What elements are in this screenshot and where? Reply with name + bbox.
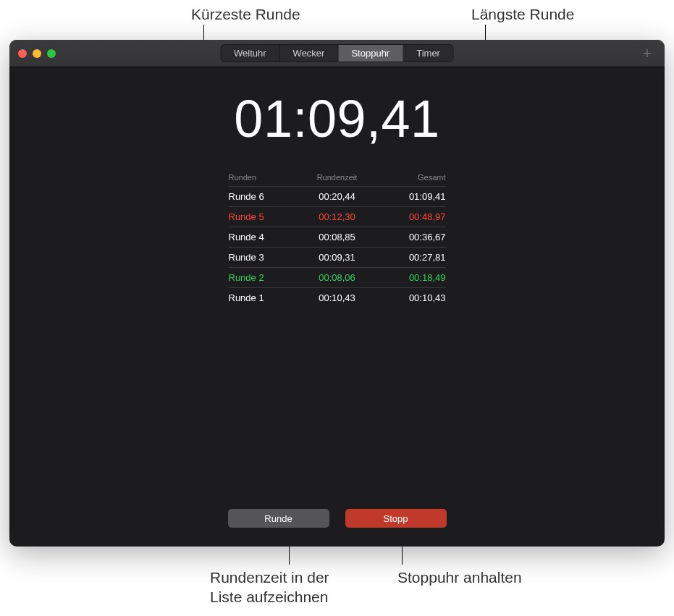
lap-label: Runde 4 [229,232,301,242]
tab-world-clock[interactable]: Weltuhr [221,45,280,62]
lap-total: 00:10,43 [374,292,446,303]
lap-row: Runde 200:08,0600:18,49 [229,267,446,287]
tab-bar: Weltuhr Wecker Stoppuhr Timer [220,44,454,62]
lap-label: Runde 5 [229,211,301,222]
add-button[interactable]: + [639,44,656,63]
stop-button[interactable]: Stopp [345,509,447,528]
button-row: Runde Stopp [228,509,447,528]
lap-total: 00:27,81 [374,252,446,263]
lap-row: Runde 300:09,3100:27,81 [229,247,446,267]
header-lap: Runden [229,173,301,182]
lap-total: 00:36,67 [374,232,446,242]
lap-table: Runden Rundenzeit Gesamt Runde 600:20,44… [229,173,446,308]
lap-time: 00:09,31 [301,252,374,263]
header-total: Gesamt [374,173,446,182]
maximize-icon[interactable] [47,49,56,58]
titlebar: Weltuhr Wecker Stoppuhr Timer + [9,40,665,67]
tab-stopwatch[interactable]: Stoppuhr [338,45,403,62]
lap-time: 00:10,43 [301,292,374,303]
callout-stop: Stoppuhr anhalten [397,568,522,587]
close-icon[interactable] [18,49,27,58]
lap-row: Runde 600:20,4401:09,41 [229,186,446,206]
lap-time: 00:08,06 [301,272,374,283]
traffic-lights [18,49,56,58]
stopwatch-content: 01:09,41 Runden Rundenzeit Gesamt Runde … [9,67,665,547]
timer-display: 01:09,41 [234,89,439,148]
callout-lap-record: Rundenzeit in der Liste aufzeichnen [210,568,329,607]
minimize-icon[interactable] [33,49,41,58]
lap-total: 00:48,97 [374,211,446,222]
tab-timer[interactable]: Timer [403,45,453,62]
lap-label: Runde 1 [229,292,301,303]
callout-shortest: Kürzeste Runde [191,4,300,24]
lap-time: 00:12,30 [301,211,374,222]
lap-time: 00:20,44 [301,191,374,202]
header-time: Rundenzeit [301,173,374,182]
clock-app-window: Weltuhr Wecker Stoppuhr Timer + 01:09,41… [9,40,665,547]
lap-button[interactable]: Runde [228,509,329,528]
lap-label: Runde 2 [229,272,301,283]
lap-row: Runde 100:10,4300:10,43 [229,287,446,308]
lap-label: Runde 6 [229,191,301,202]
lap-time: 00:08,85 [301,232,374,242]
lap-total: 00:18,49 [374,272,446,283]
lap-total: 01:09,41 [374,191,446,202]
callout-longest: Längste Runde [471,4,574,24]
lap-table-header: Runden Rundenzeit Gesamt [229,173,446,186]
lap-row: Runde 500:12,3000:48,97 [229,206,446,227]
tab-alarm[interactable]: Wecker [280,45,339,62]
lap-row: Runde 400:08,8500:36,67 [229,227,446,247]
lap-label: Runde 3 [229,252,301,263]
